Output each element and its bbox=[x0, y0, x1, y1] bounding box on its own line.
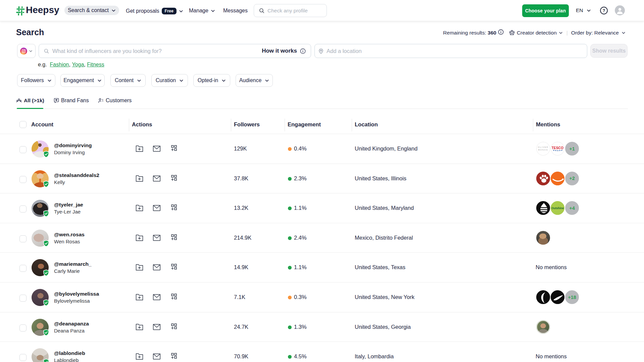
svg-text:?: ? bbox=[603, 8, 605, 13]
